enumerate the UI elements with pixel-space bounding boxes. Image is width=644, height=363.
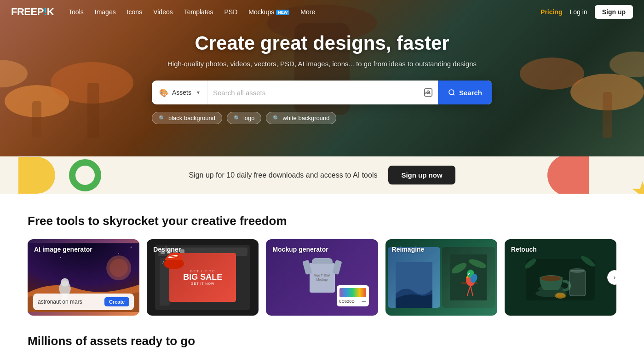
svg-point-13: [449, 90, 454, 95]
logo-exclaim: !: [44, 6, 47, 18]
color-code-display: 8C620D —: [339, 299, 366, 304]
quick-tag-label-2: logo: [243, 115, 255, 121]
signup-now-button[interactable]: Sign up now: [388, 166, 455, 184]
designer-sale-banner: GET UP TO BIG SALE GET IT NOW: [169, 253, 236, 302]
search-bar: 🎨 Assets ▾ Search: [152, 81, 492, 104]
deco-green-ring: [69, 159, 101, 191]
search-category-dropdown[interactable]: 🎨 Assets ▾: [152, 81, 207, 104]
big-sale-text: BIG SALE: [183, 273, 222, 282]
search-input[interactable]: [207, 81, 419, 104]
nav-item-more[interactable]: More: [300, 8, 315, 16]
tool-card-label-mockup: Mockup generator: [272, 246, 328, 253]
pricing-link[interactable]: Pricing: [540, 8, 562, 16]
quick-tag-white-background[interactable]: 🔍 white background: [266, 112, 336, 124]
search-icon-small-2: 🔍: [234, 115, 241, 121]
logo-text-k: K: [47, 6, 54, 18]
logo[interactable]: FREEP!K: [11, 6, 54, 18]
svg-point-46: [556, 293, 565, 297]
get-it-now-label: GET IT NOW: [191, 282, 214, 285]
signup-button[interactable]: Sign up: [595, 5, 633, 19]
nav-item-videos[interactable]: Videos: [153, 8, 173, 16]
nav-item-icons[interactable]: Icons: [127, 8, 142, 16]
free-tools-section: Free tools to skyrocket your creative fr…: [0, 194, 644, 325]
nav-item-images[interactable]: Images: [95, 8, 116, 16]
search-category-label: Assets: [172, 89, 191, 96]
quick-searches: 🔍 black background 🔍 logo 🔍 white backgr…: [152, 112, 492, 124]
tool-card-reimagine[interactable]: Reimagine: [385, 239, 497, 316]
deco-pink-semicircle: [547, 156, 589, 194]
svg-point-41: [541, 276, 561, 281]
hero-title: Create great designs, faster: [152, 32, 492, 54]
free-tools-title: Free tools to skyrocket your creative fr…: [28, 214, 616, 228]
tool-card-mockup-generator[interactable]: Mockup generator Men T-Shirt Mockup 8C62…: [266, 239, 378, 316]
login-link[interactable]: Log in: [570, 8, 587, 16]
svg-point-16: [60, 257, 61, 258]
tool-card-label-ai: AI image generator: [34, 246, 92, 253]
nav-links: Tools Images Icons Videos Templates PSD …: [69, 8, 540, 16]
new-badge: NEW: [276, 10, 289, 15]
quick-tag-logo[interactable]: 🔍 logo: [227, 112, 262, 124]
reimagine-after: [442, 247, 494, 308]
nav-item-templates[interactable]: Templates: [184, 8, 213, 16]
reimagine-before: [388, 247, 440, 308]
svg-point-19: [131, 247, 132, 248]
color-picker-panel: 8C620D —: [337, 285, 369, 306]
nav-right: Pricing Log in Sign up: [540, 5, 633, 19]
hero-subtitle: High-quality photos, videos, vectors, PS…: [152, 60, 492, 68]
tshirt-sleeve-right: [332, 259, 342, 275]
mockup-tshirt-shape: Men T-Shirt Mockup: [310, 263, 335, 293]
visual-search-button[interactable]: [419, 87, 438, 98]
svg-point-44: [569, 268, 585, 273]
search-icon-small: 🔍: [159, 115, 166, 121]
quick-tag-black-background[interactable]: 🔍 black background: [152, 112, 222, 124]
svg-point-18: [118, 253, 119, 254]
deco-yellow-semicircle: [18, 157, 55, 194]
chevron-down-icon: ▾: [197, 89, 200, 96]
tshirt-label: Men T-Shirt Mockup: [310, 273, 335, 282]
color-swatch: [339, 288, 366, 297]
ai-prompt-bar: astronaut on mars Create: [33, 294, 134, 310]
svg-rect-43: [569, 271, 586, 296]
hero-content: Create great designs, faster High-qualit…: [143, 32, 501, 124]
navbar: FREEP!K Tools Images Icons Videos Templa…: [0, 0, 644, 24]
quick-tag-label-3: white background: [282, 115, 329, 121]
designer-canvas: Aa GET UP TO: [155, 245, 250, 310]
tshirt-sleeve-left: [302, 259, 312, 275]
tshirt-collar: [312, 258, 333, 264]
tool-card-label-reimagine: Reimagine: [392, 246, 425, 253]
millions-section: Millions of assets ready to go: [0, 325, 644, 363]
nav-item-mockups[interactable]: MockupsNEW: [248, 8, 289, 16]
tool-card-label-designer: Designer: [153, 246, 181, 253]
search-button[interactable]: Search: [438, 81, 492, 104]
tools-grid: AI image generator: [28, 239, 616, 316]
svg-point-24: [109, 259, 128, 277]
nav-item-tools[interactable]: Tools: [69, 8, 84, 16]
ai-prompt-text: astronaut on mars: [38, 299, 101, 305]
tool-card-ai-image-generator[interactable]: AI image generator: [28, 239, 139, 316]
millions-title: Millions of assets ready to go: [28, 334, 616, 348]
search-button-label: Search: [459, 89, 482, 97]
svg-point-37: [469, 274, 470, 275]
tool-card-designer[interactable]: Designer Aa: [147, 239, 259, 316]
logo-text: FREEP: [11, 6, 44, 18]
tool-card-retouch[interactable]: Retouch: [505, 239, 616, 316]
tool-card-label-retouch: Retouch: [511, 246, 537, 253]
chevron-right-icon: ›: [614, 274, 616, 281]
search-icon-small-3: 🔍: [273, 115, 280, 121]
svg-point-21: [61, 278, 69, 287]
signup-banner: Sign up for 10 daily free downloads and …: [0, 156, 644, 194]
nav-item-psd[interactable]: PSD: [224, 8, 238, 16]
signup-banner-text: Sign up for 10 daily free downloads and …: [189, 171, 377, 179]
assets-icon: 🎨: [159, 88, 168, 97]
ai-create-button[interactable]: Create: [104, 297, 129, 306]
quick-tag-label: black background: [168, 115, 215, 121]
